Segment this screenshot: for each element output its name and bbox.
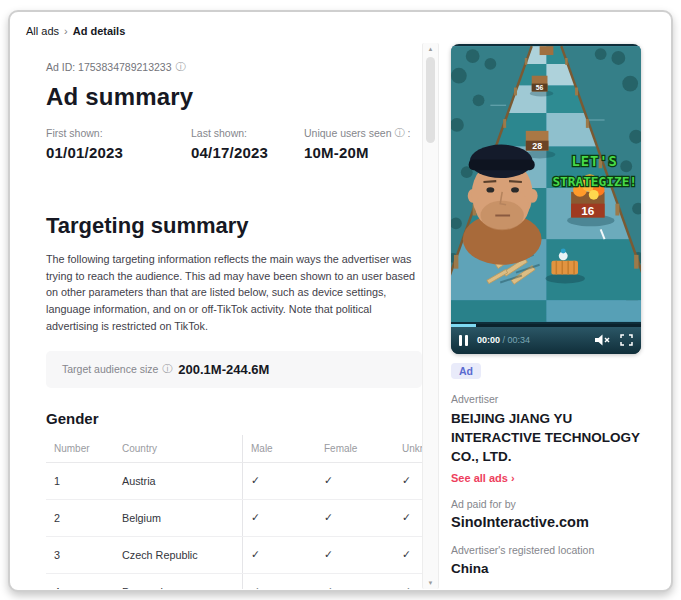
registered-location-label: Advertiser's registered location: [451, 544, 651, 556]
cell-number: 1: [46, 462, 114, 499]
stat-value: 10M-20M: [304, 144, 410, 161]
table-row: 3 Czech Republic ✓ ✓ ✓: [46, 536, 422, 573]
ad-video-scene[interactable]: 56 28 16: [451, 44, 641, 324]
ad-preview-pane: 56 28 16: [451, 43, 651, 589]
scroll-up-icon[interactable]: ▲: [423, 46, 438, 52]
ad-summary-stats: First shown: 01/01/2023 Last shown: 04/1…: [46, 127, 418, 161]
audience-size-value: 200.1M-244.6M: [178, 362, 269, 377]
vertical-scrollbar[interactable]: ▲ ▼: [422, 43, 439, 589]
scroll-down-icon[interactable]: ▼: [423, 580, 438, 586]
stat-first-shown: First shown: 01/01/2023: [46, 127, 191, 161]
stat-unique-users: Unique users seen ⓘ : 10M-20M: [304, 127, 410, 161]
table-row: 1 Austria ✓ ✓ ✓: [46, 462, 422, 499]
video-time: 00:00 / 00:34: [477, 335, 530, 345]
stat-label: Last shown:: [191, 127, 304, 139]
stat-label: First shown:: [46, 127, 191, 139]
advertiser-name: BEIJING JIANG YU INTERACTIVE TECHNOLOGY …: [451, 410, 649, 467]
stat-label-suffix: :: [408, 127, 411, 139]
cell-number: 2: [46, 499, 114, 536]
time-total: 00:34: [508, 335, 531, 345]
check-icon: ✓: [394, 499, 422, 536]
screenshot-stage: All ads › Ad details Ad ID: 175383478921…: [0, 0, 681, 600]
pause-button[interactable]: [459, 335, 468, 346]
check-icon: ✓: [243, 536, 317, 573]
page-frame: All ads › Ad details Ad ID: 175383478921…: [8, 10, 673, 592]
time-separator: /: [503, 335, 506, 345]
ad-id-line: Ad ID: 1753834789213233 ⓘ: [46, 61, 418, 73]
stat-label-text: Unique users seen: [304, 127, 392, 139]
table-row: 4 Denmark ✓ ✓ ✓: [46, 573, 422, 589]
overlay-line1: LET'S: [572, 153, 618, 169]
fullscreen-icon[interactable]: [620, 334, 633, 346]
stat-label: Unique users seen ⓘ :: [304, 127, 410, 139]
check-icon: ✓: [243, 462, 317, 499]
check-icon: ✓: [243, 499, 317, 536]
cell-number: 4: [46, 573, 114, 589]
targeting-summary-title: Targeting summary: [46, 213, 418, 239]
breadcrumb-ad-details: Ad details: [73, 25, 126, 37]
ad-summary-title: Ad summary: [46, 83, 418, 111]
stat-value: 01/01/2023: [46, 144, 191, 161]
breadcrumb-separator-icon: ›: [64, 25, 68, 37]
ad-video-player[interactable]: 56 28 16: [451, 44, 641, 354]
check-icon: ✓: [316, 499, 394, 536]
advertiser-label: Advertiser: [451, 393, 651, 405]
stat-value: 04/17/2023: [191, 144, 304, 161]
col-male: Male: [243, 435, 317, 463]
tower-number: 16: [581, 205, 595, 219]
check-icon: ✓: [316, 536, 394, 573]
gender-table-header-row: Number Country Male Female Unknown gende…: [46, 435, 422, 463]
check-icon: ✓: [316, 573, 394, 589]
table-row: 2 Belgium ✓ ✓ ✓: [46, 499, 422, 536]
paid-by-label: Ad paid for by: [451, 498, 651, 510]
cell-country: Austria: [114, 462, 243, 499]
gender-section-title: Gender: [46, 410, 418, 427]
info-icon[interactable]: ⓘ: [176, 62, 186, 72]
check-icon: ✓: [394, 462, 422, 499]
cell-country: Denmark: [114, 573, 243, 589]
tower-number: 56: [536, 84, 544, 91]
col-female: Female: [316, 435, 394, 463]
mute-icon[interactable]: [595, 334, 610, 346]
ad-badge: Ad: [451, 363, 481, 379]
info-icon[interactable]: ⓘ: [162, 364, 172, 374]
registered-location-value: China: [451, 561, 651, 576]
scrollbar-thumb[interactable]: [426, 57, 435, 143]
info-icon[interactable]: ⓘ: [395, 128, 405, 138]
ad-id-text: Ad ID: 1753834789213233: [46, 61, 172, 73]
breadcrumb-all-ads[interactable]: All ads: [26, 25, 59, 37]
overlay-line2: STRATEGIZE!: [552, 174, 637, 189]
check-icon: ✓: [316, 462, 394, 499]
col-number: Number: [46, 435, 114, 463]
breadcrumb: All ads › Ad details: [10, 12, 671, 43]
col-country: Country: [114, 435, 243, 463]
gender-table-container[interactable]: Number Country Male Female Unknown gende…: [46, 435, 422, 589]
chevron-right-icon: ›: [511, 472, 515, 484]
video-progress-bar[interactable]: [451, 324, 641, 327]
tower-number: 28: [532, 141, 542, 151]
ad-details-pane: Ad ID: 1753834789213233 ⓘ Ad summary Fir…: [10, 43, 422, 589]
time-current: 00:00: [477, 335, 500, 345]
see-all-ads-link[interactable]: See all ads ›: [451, 472, 651, 484]
col-unknown-gender: Unknown gender: [394, 435, 422, 463]
check-icon: ✓: [394, 536, 422, 573]
audience-size-label: Target audience size ⓘ: [62, 363, 172, 375]
cell-country: Belgium: [114, 499, 243, 536]
video-progress-fill: [451, 324, 476, 327]
gender-table: Number Country Male Female Unknown gende…: [46, 435, 422, 589]
audience-size-label-text: Target audience size: [62, 363, 158, 375]
streamer-face: [463, 145, 542, 265]
check-icon: ✓: [394, 573, 422, 589]
cell-number: 3: [46, 536, 114, 573]
see-all-ads-label: See all ads: [451, 472, 508, 484]
targeting-description: The following targeting information refl…: [46, 251, 422, 335]
video-controls-bar: 00:00 / 00:34: [451, 324, 641, 354]
target-audience-size-box: Target audience size ⓘ 200.1M-244.6M: [46, 351, 422, 388]
check-icon: ✓: [243, 573, 317, 589]
stat-last-shown: Last shown: 04/17/2023: [191, 127, 304, 161]
cell-country: Czech Republic: [114, 536, 243, 573]
paid-by-value: SinoInteractive.com: [451, 514, 651, 530]
